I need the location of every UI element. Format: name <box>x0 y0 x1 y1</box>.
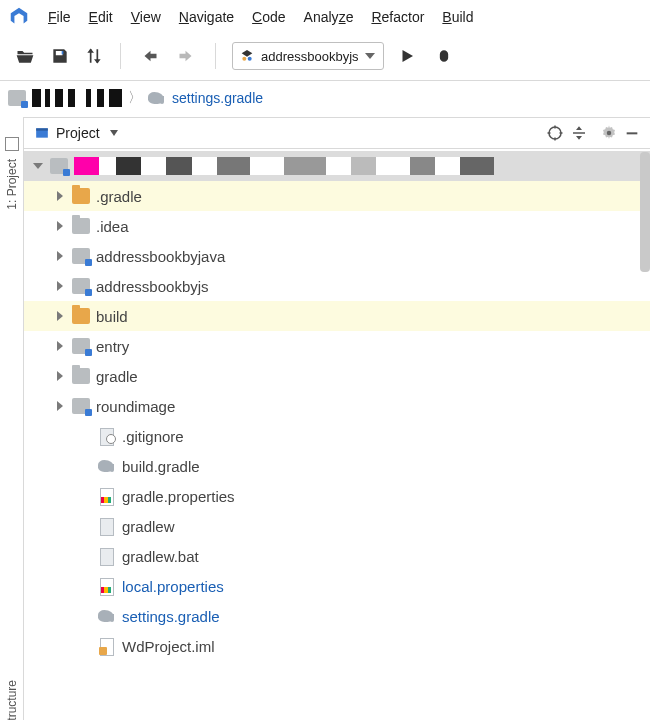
tree-item-label: build <box>96 308 128 325</box>
save-icon[interactable] <box>50 46 70 66</box>
tree-item-entry[interactable]: entry <box>24 331 650 361</box>
tree-item-label: settings.gradle <box>122 608 220 625</box>
menu-build[interactable]: Build <box>442 9 473 25</box>
breadcrumb: 〉 settings.gradle <box>0 81 650 117</box>
tree-item-label: gradlew <box>122 518 175 535</box>
tree-item-local-properties[interactable]: local.properties <box>24 571 650 601</box>
expand-arrow-icon[interactable] <box>54 371 66 381</box>
tree-item-build-gradle[interactable]: build.gradle <box>24 451 650 481</box>
tree-item-gradlew[interactable]: gradlew <box>24 511 650 541</box>
menu-analyze[interactable]: Analyze <box>304 9 354 25</box>
toolbar-separator <box>215 43 216 69</box>
file-icon <box>98 518 116 534</box>
menu-bar: File Edit View Navigate Code Analyze Ref… <box>0 0 650 36</box>
props-icon <box>98 488 116 504</box>
tree-item-WdProject-iml[interactable]: WdProject.iml <box>24 631 650 661</box>
tree-item-addressbookbyjs[interactable]: addressbookbyjs <box>24 271 650 301</box>
tree-root-label <box>74 157 494 175</box>
tree-item-label: WdProject.iml <box>122 638 215 655</box>
project-folder-icon <box>50 158 68 174</box>
project-folder-icon <box>8 90 26 106</box>
run-config-selector[interactable]: addressbookbyjs <box>232 42 384 70</box>
tree-item-label: gradle.properties <box>122 488 235 505</box>
left-gutter: 1: Project tructure <box>0 117 24 720</box>
tree-item-build[interactable]: build <box>24 301 650 331</box>
target-icon[interactable] <box>546 124 564 142</box>
chevron-right-icon: 〉 <box>128 89 142 107</box>
file-icon <box>98 548 116 564</box>
tree-item-label: roundimage <box>96 398 175 415</box>
file-icon <box>98 428 116 444</box>
svg-rect-4 <box>36 128 48 130</box>
sync-icon[interactable] <box>84 45 104 67</box>
breadcrumb-project[interactable] <box>32 89 122 107</box>
expand-arrow-icon[interactable] <box>54 251 66 261</box>
tree-item--gitignore[interactable]: .gitignore <box>24 421 650 451</box>
minimize-icon[interactable] <box>624 125 640 141</box>
tree-item-label: .gitignore <box>122 428 184 445</box>
module-icon <box>239 48 255 64</box>
svg-rect-7 <box>627 132 638 134</box>
tree-item-gradle-properties[interactable]: gradle.properties <box>24 481 650 511</box>
folder-mod-icon <box>72 338 90 354</box>
tree-item-label: addressbookbyjs <box>96 278 209 295</box>
main-area: 1: Project tructure Project <box>0 117 650 720</box>
tree-item--idea[interactable]: .idea <box>24 211 650 241</box>
menu-file[interactable]: File <box>48 9 71 25</box>
menu-view[interactable]: View <box>131 9 161 25</box>
open-icon[interactable] <box>14 46 36 66</box>
chevron-down-icon <box>365 53 375 59</box>
back-icon[interactable] <box>137 47 161 65</box>
gutter-structure-label[interactable]: tructure <box>5 680 19 720</box>
svg-point-5 <box>549 127 561 139</box>
folder-mod-icon <box>72 398 90 414</box>
run-config-label: addressbookbyjs <box>261 49 359 64</box>
tree-item-gradle[interactable]: gradle <box>24 361 650 391</box>
expand-arrow-icon[interactable] <box>54 281 66 291</box>
gutter-square-icon[interactable] <box>5 137 19 151</box>
collapse-icon[interactable] <box>570 124 588 142</box>
gutter-project-label[interactable]: 1: Project <box>5 159 19 210</box>
menu-code[interactable]: Code <box>252 9 285 25</box>
toolbar-separator <box>120 43 121 69</box>
svg-point-2 <box>248 57 252 61</box>
tree-item-addressbookbyjava[interactable]: addressbookbyjava <box>24 241 650 271</box>
scrollbar[interactable] <box>640 152 650 272</box>
tree-item-label: build.gradle <box>122 458 200 475</box>
tree-item--gradle[interactable]: .gradle <box>24 181 650 211</box>
gear-icon[interactable] <box>600 124 618 142</box>
folder-gray-icon <box>72 218 90 234</box>
gradle-icon <box>148 90 166 106</box>
expand-arrow-icon[interactable] <box>54 401 66 411</box>
props-icon <box>98 578 116 594</box>
tree-item-settings-gradle[interactable]: settings.gradle <box>24 601 650 631</box>
panel-title[interactable]: Project <box>56 125 100 141</box>
tree-item-label: addressbookbyjava <box>96 248 225 265</box>
project-tree: .gradle.ideaaddressbookbyjavaaddressbook… <box>24 149 650 720</box>
run-icon[interactable] <box>398 46 416 66</box>
svg-point-1 <box>242 57 246 61</box>
expand-arrow-icon[interactable] <box>54 221 66 231</box>
debug-icon[interactable] <box>434 46 454 66</box>
expand-arrow-icon[interactable] <box>54 191 66 201</box>
forward-icon[interactable] <box>175 47 199 65</box>
project-panel: Project .gradle.ideaaddressbo <box>24 117 650 720</box>
chevron-down-icon[interactable] <box>110 130 118 136</box>
folder-mod-icon <box>72 248 90 264</box>
menu-edit[interactable]: Edit <box>89 9 113 25</box>
tree-item-roundimage[interactable]: roundimage <box>24 391 650 421</box>
folder-orange-icon <box>72 188 90 204</box>
folder-orange-icon <box>72 308 90 324</box>
breadcrumb-file[interactable]: settings.gradle <box>172 90 263 106</box>
expand-arrow-icon[interactable] <box>54 341 66 351</box>
folder-gray-icon <box>72 368 90 384</box>
elephant-icon <box>98 458 116 474</box>
tree-root[interactable] <box>24 151 650 181</box>
menu-navigate[interactable]: Navigate <box>179 9 234 25</box>
expand-arrow-icon[interactable] <box>54 311 66 321</box>
menu-refactor[interactable]: Refactor <box>371 9 424 25</box>
app-logo-icon <box>8 6 30 28</box>
tree-item-gradlew-bat[interactable]: gradlew.bat <box>24 541 650 571</box>
toolbar: addressbookbyjs <box>0 36 650 81</box>
tree-item-label: entry <box>96 338 129 355</box>
